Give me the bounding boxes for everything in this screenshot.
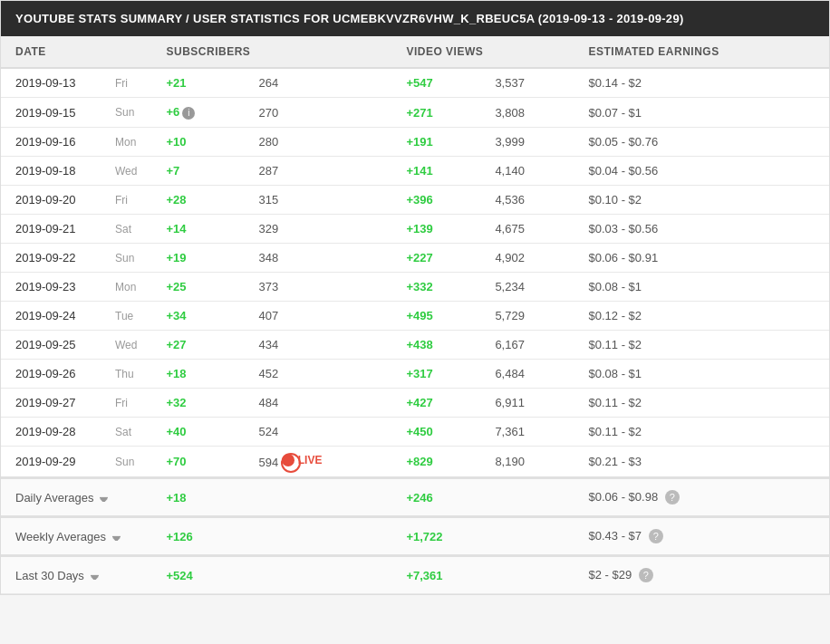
row-views-delta: +332 <box>391 273 480 302</box>
row-subs-total: 264 <box>244 68 391 98</box>
row-date: 2019-09-27 <box>1 389 101 418</box>
row-day: Fri <box>101 68 151 98</box>
row-views-total: 6,167 <box>480 331 574 360</box>
row-earnings: $0.11 - $2 <box>574 418 829 447</box>
table-row: 2019-09-25Wed+27434+4386,167$0.11 - $2 <box>1 331 829 360</box>
table-row: 2019-09-22Sun+19348+2274,902$0.06 - $0.9… <box>1 244 829 273</box>
table-row: 2019-09-13Fri+21264+5473,537$0.14 - $2 <box>1 68 829 98</box>
weekly-views-delta: +1,722 <box>391 517 574 556</box>
page-header: YOUTUBE STATS SUMMARY / USER STATISTICS … <box>1 1 829 36</box>
row-views-total: 8,190 <box>480 447 574 478</box>
row-day: Sat <box>101 215 151 244</box>
row-subs-total: 452 <box>244 360 391 389</box>
row-date: 2019-09-21 <box>1 215 101 244</box>
row-views-delta: +191 <box>391 128 480 157</box>
daily-views-delta: +246 <box>391 478 574 517</box>
daily-averages-label: Daily Averages ⯋ <box>1 478 151 517</box>
row-earnings: $0.08 - $1 <box>574 273 829 302</box>
row-earnings: $0.08 - $1 <box>574 360 829 389</box>
row-date: 2019-09-29 <box>1 447 101 478</box>
row-views-total: 4,902 <box>480 244 574 273</box>
row-views-delta: +547 <box>391 68 480 98</box>
row-date: 2019-09-25 <box>1 331 101 360</box>
col-header-date: DATE <box>1 36 151 68</box>
table-row: 2019-09-28Sat+40524+4507,361$0.11 - $2 <box>1 418 829 447</box>
row-views-total: 6,484 <box>480 360 574 389</box>
row-date: 2019-09-20 <box>1 186 101 215</box>
row-subs-total: 280 <box>244 128 391 157</box>
row-day: Sun <box>101 447 151 478</box>
last30-earnings-help-icon[interactable]: ? <box>639 568 653 582</box>
row-views-total: 5,729 <box>480 302 574 331</box>
row-day: Sun <box>101 244 151 273</box>
row-day: Tue <box>101 302 151 331</box>
row-views-delta: +227 <box>391 244 480 273</box>
last30-share-icon[interactable]: ⯋ <box>90 570 100 581</box>
main-container: YOUTUBE STATS SUMMARY / USER STATISTICS … <box>0 0 830 595</box>
last30-views-delta: +7,361 <box>391 556 574 594</box>
row-subs-delta: +70 <box>151 447 244 478</box>
row-date: 2019-09-24 <box>1 302 101 331</box>
table-row: 2019-09-20Fri+28315+3964,536$0.10 - $2 <box>1 186 829 215</box>
weekly-earnings-help-icon[interactable]: ? <box>649 529 663 543</box>
col-header-earnings: ESTIMATED EARNINGS <box>574 36 829 68</box>
row-subs-total: 287 <box>244 157 391 186</box>
row-views-delta: +317 <box>391 360 480 389</box>
row-views-total: 3,808 <box>480 98 574 128</box>
last30-label: Last 30 Days ⯋ <box>1 556 151 594</box>
row-earnings: $0.14 - $2 <box>574 68 829 98</box>
row-subs-delta: +6i <box>151 98 244 128</box>
live-label: LIVE <box>298 454 323 466</box>
row-views-delta: +396 <box>391 186 480 215</box>
row-day: Fri <box>101 186 151 215</box>
row-earnings: $0.05 - $0.76 <box>574 128 829 157</box>
averages-section: Daily Averages ⯋ +18 +246 $0.06 - $0.98 … <box>1 478 829 594</box>
row-subs-delta: +40 <box>151 418 244 447</box>
row-subs-delta: +19 <box>151 244 244 273</box>
weekly-averages-label: Weekly Averages ⯋ <box>1 517 151 556</box>
row-date: 2019-09-15 <box>1 98 101 128</box>
row-subs-delta: +21 <box>151 68 244 98</box>
row-subs-total: 407 <box>244 302 391 331</box>
col-header-subscribers: SUBSCRIBERS <box>151 36 391 68</box>
row-date: 2019-09-22 <box>1 244 101 273</box>
weekly-subs-delta: +126 <box>151 517 391 556</box>
row-views-total: 3,999 <box>480 128 574 157</box>
row-views-total: 6,911 <box>480 389 574 418</box>
table-row: 2019-09-15Sun+6i270+2713,808$0.07 - $1 <box>1 98 829 128</box>
row-date: 2019-09-13 <box>1 68 101 98</box>
row-earnings: $0.04 - $0.56 <box>574 157 829 186</box>
daily-share-icon[interactable]: ⯋ <box>99 492 109 503</box>
row-views-total: 4,140 <box>480 157 574 186</box>
row-subs-delta: +18 <box>151 360 244 389</box>
row-subs-delta: +7 <box>151 157 244 186</box>
row-subs-delta: +25 <box>151 273 244 302</box>
row-subs-delta: +27 <box>151 331 244 360</box>
row-date: 2019-09-26 <box>1 360 101 389</box>
live-dot-icon <box>282 454 294 466</box>
row-day: Mon <box>101 128 151 157</box>
last30-subs-delta: +524 <box>151 556 391 594</box>
stats-table: DATE SUBSCRIBERS VIDEO VIEWS ESTIMATED E… <box>1 36 829 594</box>
row-views-delta: +438 <box>391 331 480 360</box>
daily-earnings-help-icon[interactable]: ? <box>665 490 680 505</box>
row-subs-delta: +28 <box>151 186 244 215</box>
weekly-share-icon[interactable]: ⯋ <box>111 531 121 542</box>
row-views-delta: +495 <box>391 302 480 331</box>
row-subs-total: 315 <box>244 186 391 215</box>
live-badge: LIVE <box>282 454 323 466</box>
col-header-views: VIDEO VIEWS <box>391 36 574 68</box>
row-views-total: 3,537 <box>480 68 574 98</box>
row-day: Sat <box>101 418 151 447</box>
row-subs-total: 594 LIVE <box>244 447 391 478</box>
info-icon[interactable]: i <box>182 107 195 120</box>
table-row: 2019-09-24Tue+34407+4955,729$0.12 - $2 <box>1 302 829 331</box>
row-day: Thu <box>101 360 151 389</box>
table-row: 2019-09-21Sat+14329+1394,675$0.03 - $0.5… <box>1 215 829 244</box>
row-day: Mon <box>101 273 151 302</box>
row-day: Sun <box>101 98 151 128</box>
table-body: 2019-09-13Fri+21264+5473,537$0.14 - $220… <box>1 68 829 478</box>
row-earnings: $0.11 - $2 <box>574 331 829 360</box>
daily-averages-row: Daily Averages ⯋ +18 +246 $0.06 - $0.98 … <box>1 478 829 517</box>
row-day: Fri <box>101 389 151 418</box>
